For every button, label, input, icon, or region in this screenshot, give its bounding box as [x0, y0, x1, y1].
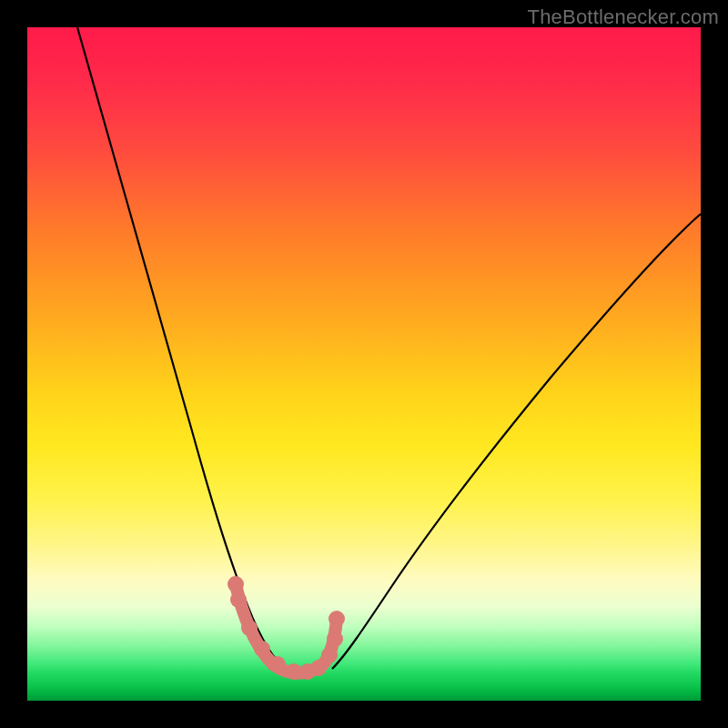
svg-point-9	[327, 631, 343, 647]
svg-point-7	[310, 660, 327, 676]
svg-point-2	[241, 620, 258, 636]
plot-area	[27, 27, 701, 701]
right-curve	[332, 214, 701, 669]
svg-point-10	[329, 611, 345, 627]
svg-point-0	[228, 576, 244, 592]
svg-point-8	[321, 647, 338, 663]
left-curve	[77, 27, 291, 672]
svg-point-4	[269, 656, 286, 672]
chart-frame: TheBottlenecker.com	[0, 0, 728, 728]
watermark-text: TheBottlenecker.com	[528, 5, 719, 29]
svg-point-1	[230, 592, 247, 608]
curve-layer	[27, 27, 701, 701]
svg-point-3	[254, 641, 270, 657]
